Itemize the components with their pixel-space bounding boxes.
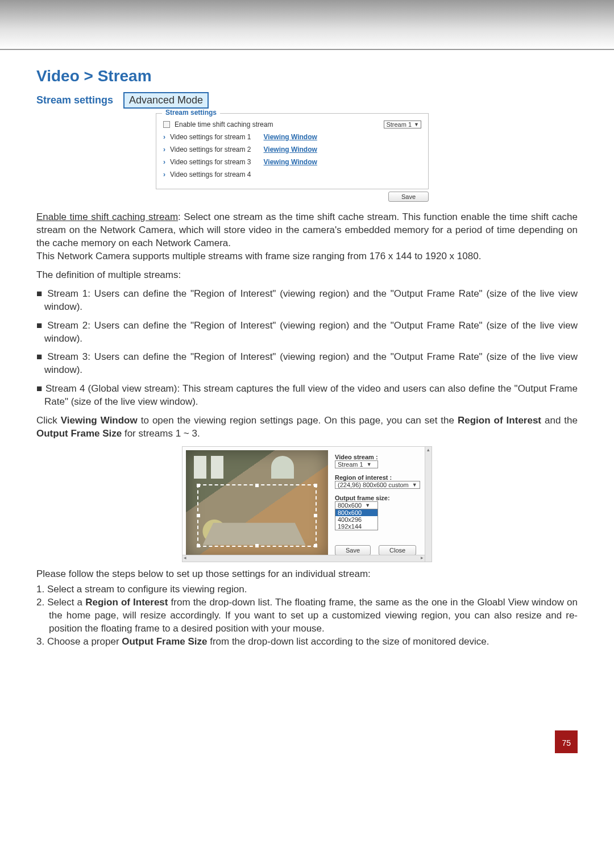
chevron-down-icon: ▼ xyxy=(414,122,419,127)
chevron-down-icon: ▼ xyxy=(365,502,370,508)
video-preview[interactable] xyxy=(186,450,328,558)
paragraph-enable-timeshift: Enable time shift caching stream: Select… xyxy=(36,211,578,250)
advanced-mode-badge: Advanced Mode xyxy=(123,92,209,109)
vw-close-button[interactable]: Close xyxy=(379,545,416,555)
roi-select[interactable]: (224,96) 800x600 custom▼ xyxy=(335,481,420,489)
resize-handle[interactable] xyxy=(197,514,200,517)
stream-select-dropdown[interactable]: Stream 1 ▼ xyxy=(384,121,421,128)
save-button[interactable]: Save xyxy=(388,192,429,202)
resize-handle[interactable] xyxy=(255,544,259,547)
viewing-window-dialog: Video stream : Stream 1▼ Region of inter… xyxy=(182,446,432,562)
page-title: Video > Stream xyxy=(36,67,578,85)
chevron-down-icon: ▼ xyxy=(367,462,372,467)
paragraph-multistream: This Network Camera supports multiple st… xyxy=(36,250,578,263)
video-stream-label: Video stream : xyxy=(335,454,420,460)
fieldset-legend: Stream settings xyxy=(162,109,220,117)
header-gradient xyxy=(0,0,614,50)
video-stream-select[interactable]: Stream 1▼ xyxy=(335,460,378,468)
stream4-settings-label: Video settings for stream 4 xyxy=(170,171,251,178)
resize-handle[interactable] xyxy=(197,484,200,487)
step-3: 3. Choose a proper Output Frame Size fro… xyxy=(36,636,578,649)
stream-definition-list: Stream 1: Users can define the "Region o… xyxy=(36,288,578,409)
scrollbar-horizontal[interactable] xyxy=(182,555,425,562)
steps-list: 1. Select a stream to configure its view… xyxy=(36,583,578,649)
option-800x600[interactable]: 800x600 xyxy=(335,509,377,516)
paragraph-viewing-window: Click Viewing Window to open the viewing… xyxy=(36,414,578,441)
output-frame-size-select[interactable]: 800x600▼ xyxy=(335,501,378,509)
expand-arrow-icon[interactable]: › xyxy=(163,158,165,166)
option-400x296[interactable]: 400x296 xyxy=(335,516,377,523)
stream2-settings-label: Video settings for stream 2 xyxy=(170,146,251,153)
stream-select-value: Stream 1 xyxy=(386,121,412,128)
steps-heading: Please follow the steps below to set up … xyxy=(36,568,578,581)
scrollbar-vertical[interactable] xyxy=(425,447,432,562)
viewing-window-link-1[interactable]: Viewing Window xyxy=(264,133,317,141)
stream1-settings-label: Video settings for stream 1 xyxy=(170,133,251,141)
output-frame-size-label: Output frame size: xyxy=(335,495,420,501)
vw-save-button[interactable]: Save xyxy=(335,545,371,555)
viewing-window-link-2[interactable]: Viewing Window xyxy=(264,146,317,153)
list-item: Stream 1: Users can define the "Region o… xyxy=(36,288,578,314)
stream3-settings-label: Video settings for stream 3 xyxy=(170,158,251,166)
expand-arrow-icon[interactable]: › xyxy=(163,133,165,141)
resize-handle[interactable] xyxy=(197,544,200,547)
list-item: Stream 2: Users can define the "Region o… xyxy=(36,319,578,346)
stream-settings-panel: Stream settings Enable time shift cachin… xyxy=(156,113,429,202)
expand-arrow-icon[interactable]: › xyxy=(163,146,165,153)
chevron-down-icon: ▼ xyxy=(412,482,417,488)
output-frame-size-options: 800x600 400x296 192x144 xyxy=(335,509,378,530)
enable-timeshift-label: Enable time shift caching stream xyxy=(175,121,273,128)
page-number-badge: 75 xyxy=(555,730,578,753)
resize-handle[interactable] xyxy=(314,484,317,487)
step-1: 1. Select a stream to configure its view… xyxy=(36,583,578,596)
definition-heading: The definition of multiple streams: xyxy=(36,269,578,282)
list-item: Stream 3: Users can define the "Region o… xyxy=(36,351,578,377)
resize-handle[interactable] xyxy=(255,484,259,487)
expand-arrow-icon[interactable]: › xyxy=(163,171,165,178)
list-item: Stream 4 (Global view stream): This stre… xyxy=(36,383,578,409)
enable-timeshift-checkbox[interactable] xyxy=(163,121,170,128)
resize-handle[interactable] xyxy=(314,544,317,547)
viewing-window-link-3[interactable]: Viewing Window xyxy=(264,158,317,166)
subsection-heading: Stream settings xyxy=(36,94,113,106)
option-192x144[interactable]: 192x144 xyxy=(335,523,377,530)
roi-label: Region of interest : xyxy=(335,474,420,481)
roi-frame[interactable] xyxy=(197,484,317,547)
resize-handle[interactable] xyxy=(314,514,317,517)
step-2: 2. Select a Region of Interest from the … xyxy=(36,596,578,636)
